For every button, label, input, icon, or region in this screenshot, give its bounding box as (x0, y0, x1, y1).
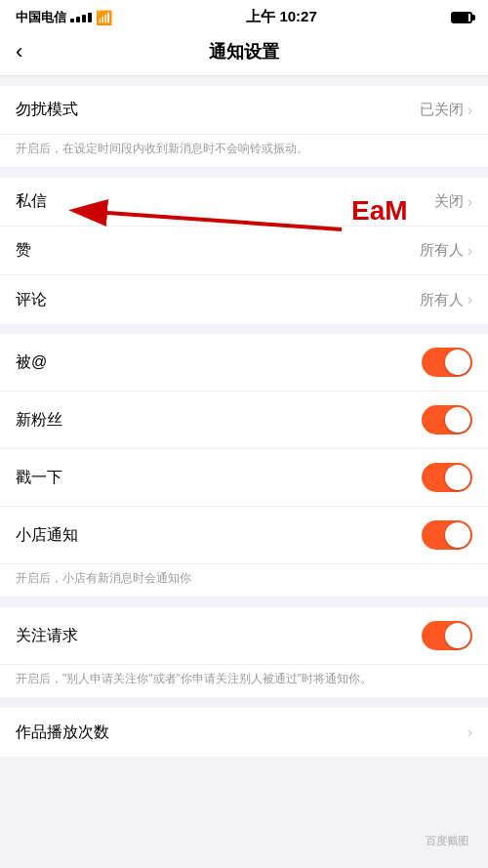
chevron-icon: › (468, 102, 472, 119)
chevron-icon: › (468, 723, 472, 741)
status-time: 上午 10:27 (246, 8, 317, 26)
privacy-section: 私信 关闭 › 赞 所有人 › 评论 所有人 › (0, 178, 488, 324)
toggle-section: 被@ 新粉丝 戳一下 小店通知 开启后，小店有新消息时会通知你 (0, 334, 488, 598)
chevron-icon: › (468, 193, 472, 211)
poke-item[interactable]: 戳一下 (0, 449, 488, 507)
new-fans-item[interactable]: 新粉丝 (0, 392, 488, 449)
play-count-item[interactable]: 作品播放次数 › (0, 708, 488, 757)
page-title: 通知设置 (209, 40, 279, 63)
battery-icon (451, 12, 472, 23)
follow-request-toggle[interactable] (422, 621, 472, 650)
follow-request-section: 关注请求 开启后，"别人申请关注你"或者"你申请关注别人被通过"时将通知你。 (0, 607, 488, 698)
toggle-thumb (445, 465, 470, 490)
signal-bar-3 (82, 15, 86, 22)
chevron-icon: › (468, 291, 472, 309)
status-left: 中国电信 📶 (16, 9, 112, 26)
signal-bar-4 (88, 13, 92, 22)
follow-request-hint: 开启后，"别人申请关注你"或者"你申请关注别人被通过"时将通知你。 (0, 665, 488, 698)
follow-request-item[interactable]: 关注请求 (0, 607, 488, 665)
like-value: 所有人 › (420, 241, 472, 260)
poke-label: 戳一下 (16, 468, 62, 488)
signal-bar-1 (70, 19, 74, 22)
comment-item[interactable]: 评论 所有人 › (0, 275, 488, 324)
wifi-icon: 📶 (96, 10, 112, 25)
back-button[interactable]: ‹ (16, 39, 22, 64)
follow-request-label: 关注请求 (16, 626, 78, 646)
watermark: 百度截图 (426, 834, 468, 848)
toggle-thumb (445, 350, 470, 375)
poke-toggle[interactable] (422, 463, 472, 492)
play-count-label: 作品播放次数 (16, 723, 109, 743)
do-not-disturb-value: 已关闭 › (420, 101, 472, 119)
at-mention-toggle[interactable] (422, 348, 472, 377)
status-right (451, 12, 472, 23)
at-mention-item[interactable]: 被@ (0, 334, 488, 392)
chevron-icon: › (468, 242, 472, 260)
do-not-disturb-hint: 开启后，在设定时间段内收到新消息时不会响铃或振动。 (0, 135, 488, 168)
new-fans-toggle[interactable] (422, 405, 472, 434)
comment-value: 所有人 › (420, 291, 472, 310)
private-message-value: 关闭 › (434, 192, 472, 211)
toggle-thumb (445, 522, 470, 548)
shop-notice-hint: 开启后，小店有新消息时会通知你 (0, 564, 488, 598)
shop-notice-toggle[interactable] (422, 520, 472, 550)
play-count-section: 作品播放次数 › (0, 708, 488, 757)
like-item[interactable]: 赞 所有人 › (0, 227, 488, 275)
battery-fill (453, 14, 468, 21)
carrier-label: 中国电信 (16, 9, 66, 26)
signal-bars (70, 13, 92, 22)
at-mention-label: 被@ (16, 352, 47, 373)
private-message-item[interactable]: 私信 关闭 › (0, 178, 488, 227)
private-message-label: 私信 (16, 191, 47, 212)
do-not-disturb-item[interactable]: 勿扰模式 已关闭 › (0, 86, 488, 135)
comment-label: 评论 (16, 290, 47, 310)
shop-notice-item[interactable]: 小店通知 (0, 507, 488, 564)
like-label: 赞 (16, 240, 31, 261)
nav-bar: ‹ 通知设置 (0, 30, 488, 76)
new-fans-label: 新粉丝 (16, 410, 62, 431)
shop-notice-label: 小店通知 (16, 525, 78, 546)
toggle-thumb (445, 407, 470, 433)
signal-bar-2 (76, 17, 80, 22)
do-not-disturb-label: 勿扰模式 (16, 100, 78, 120)
status-bar: 中国电信 📶 上午 10:27 (0, 0, 488, 30)
play-count-value: › (468, 723, 472, 741)
toggle-thumb (445, 623, 470, 648)
do-not-disturb-section: 勿扰模式 已关闭 › 开启后，在设定时间段内收到新消息时不会响铃或振动。 (0, 86, 488, 168)
